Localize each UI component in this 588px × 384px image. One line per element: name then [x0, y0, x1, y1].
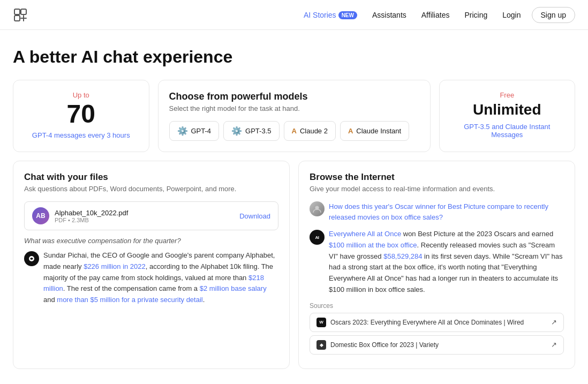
navbar: AI StoriesNEW Assistants Affiliates Pric…: [0, 0, 588, 30]
source-variety-left: ◆ Domestic Box Office for 2023 | Variety: [316, 340, 439, 350]
chat-text-part5: .: [203, 296, 205, 304]
chat-text-part4: and: [43, 296, 57, 304]
page-title: A better AI chat experience: [13, 47, 575, 67]
chat-response: Sundar Pichai, the CEO of Google and Goo…: [24, 250, 278, 306]
file-info: Alphabet_10k_2022.pdf PDF • 2.3MB: [55, 209, 239, 223]
gpt35-icon: ⚙️: [231, 126, 242, 136]
variety-favicon: ◆: [316, 340, 326, 350]
top-cards-row: Up to 70 GPT-4 messages every 3 hours Ch…: [13, 80, 575, 152]
logo[interactable]: [13, 7, 28, 22]
main-content: A better AI chat experience Up to 70 GPT…: [0, 30, 588, 382]
model-pill-gpt35[interactable]: ⚙️ GPT-3.5: [223, 121, 279, 141]
login-button[interactable]: Login: [496, 7, 527, 22]
browse-hl-3: $58,529,284: [383, 252, 422, 260]
file-meta: PDF • 2.3MB: [55, 217, 239, 223]
nav-link-assistants[interactable]: Assistants: [366, 7, 413, 22]
file-avatar: AB: [32, 207, 49, 224]
nav-link-ai-stories[interactable]: AI StoriesNEW: [297, 7, 364, 22]
gpt4-limit-card: Up to 70 GPT-4 messages every 3 hours: [13, 80, 149, 152]
variety-arrow-icon: ↗: [551, 341, 557, 349]
wired-arrow-icon: ↗: [551, 318, 557, 326]
upto-label: Up to: [73, 91, 89, 99]
chat-text-part3: . The rest of the compensation came from…: [63, 284, 200, 292]
source-variety[interactable]: ◆ Domestic Box Office for 2023 | Variety…: [310, 335, 564, 355]
new-badge: NEW: [338, 11, 357, 19]
browse-user-message: How does this year's Oscar winner for Be…: [310, 201, 564, 222]
browse-card-subtitle: Give your model access to real-time info…: [310, 185, 564, 193]
file-download-link[interactable]: Download: [239, 212, 270, 220]
chat-card-subtitle: Ask questions about PDFs, Word documents…: [24, 185, 278, 193]
free-card: Free Unlimited GPT-3.5 and Claude Instan…: [439, 80, 576, 152]
svg-rect-0: [14, 9, 20, 14]
model-pill-claude2[interactable]: A Claude 2: [284, 121, 336, 141]
nav-links: AI StoriesNEW Assistants Affiliates Pric…: [297, 7, 575, 23]
model-pill-claude-instant[interactable]: A Claude Instant: [340, 121, 409, 141]
sources-label: Sources: [310, 302, 564, 310]
source-wired-left: W Oscars 2023: Everything Everywhere All…: [316, 318, 524, 327]
file-name: Alphabet_10k_2022.pdf: [55, 209, 239, 217]
bottom-cards-row: Chat with your files Ask questions about…: [13, 161, 575, 369]
claude2-label: Claude 2: [300, 127, 328, 135]
chat-response-text: Sundar Pichai, the CEO of Google and Goo…: [43, 250, 278, 306]
browse-ai-message: AI Everywhere All at Once won Best Pictu…: [310, 229, 564, 296]
browse-card-title: Browse the Internet: [310, 172, 564, 183]
logo-icon: [13, 7, 28, 22]
wired-favicon: W: [316, 318, 326, 327]
chat-files-card: Chat with your files Ask questions about…: [13, 161, 290, 369]
gpt4-icon: ⚙️: [177, 126, 188, 136]
models-title: Choose from powerful models: [169, 91, 419, 102]
chat-highlight-3: $2 million base salary: [200, 284, 267, 292]
browse-ai-answer: Everywhere All at Once won Best Picture …: [329, 229, 564, 296]
chat-question: What was executive compensation for the …: [24, 237, 278, 245]
ai-response-icon: [24, 251, 39, 266]
chat-highlight-1: $226 million in 2022: [84, 262, 146, 270]
claude-instant-icon: A: [348, 127, 353, 135]
gpt4-label: GPT-4: [191, 127, 212, 135]
model-pills-container: ⚙️ GPT-4 ⚙️ GPT-3.5 A Claude 2 A Claude …: [169, 121, 419, 141]
browse-card: Browse the Internet Give your model acce…: [298, 161, 575, 369]
browse-hl-1: Everywhere All at Once: [329, 230, 401, 238]
upto-number: 70: [67, 101, 95, 127]
models-subtitle: Select the right model for the task at h…: [169, 104, 419, 112]
models-card: Choose from powerful models Select the r…: [158, 80, 431, 152]
model-pill-gpt4[interactable]: ⚙️ GPT-4: [169, 121, 220, 141]
file-attachment: AB Alphabet_10k_2022.pdf PDF • 2.3MB Dow…: [24, 201, 278, 230]
user-avatar: [310, 201, 325, 216]
browse-hl-2: $100 million at the box office: [329, 241, 417, 249]
nav-link-pricing[interactable]: Pricing: [458, 7, 494, 22]
chat-highlight-4: more than $5 million for a private secur…: [57, 296, 202, 304]
browse-user-question[interactable]: How does this year's Oscar winner for Be…: [329, 201, 564, 222]
free-title: Unlimited: [473, 101, 541, 118]
variety-title: Domestic Box Office for 2023 | Variety: [330, 341, 439, 349]
claude-instant-label: Claude Instant: [356, 127, 401, 135]
gpt35-label: GPT-3.5: [245, 127, 271, 135]
upto-description: GPT-4 messages every 3 hours: [32, 131, 130, 139]
source-wired[interactable]: W Oscars 2023: Everything Everywhere All…: [310, 313, 564, 332]
claude2-icon: A: [292, 127, 297, 135]
free-description: GPT-3.5 and Claude Instant Messages: [450, 123, 564, 139]
signup-button[interactable]: Sign up: [532, 7, 575, 23]
svg-rect-2: [14, 16, 20, 21]
nav-link-affiliates[interactable]: Affiliates: [415, 7, 456, 22]
svg-rect-1: [21, 9, 26, 14]
wired-title: Oscars 2023: Everything Everywhere All a…: [330, 319, 524, 326]
browse-text-1: won Best Picture at the 2023 Oscars and …: [401, 230, 553, 238]
chat-card-title: Chat with your files: [24, 172, 278, 183]
free-label: Free: [500, 91, 514, 99]
browse-ai-icon: AI: [310, 230, 325, 245]
